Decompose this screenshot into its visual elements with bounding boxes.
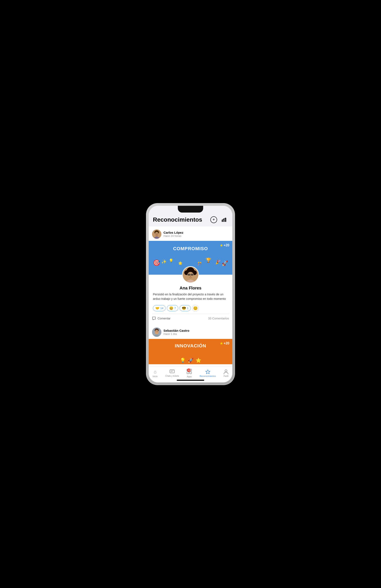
recipient-avatar [182,266,199,283]
post-author-info-1: Carlos López Hace 24 horas [163,231,229,237]
svg-point-25 [156,331,156,332]
emoji-decorations-2: 💡 🚀 ⭐ [149,358,232,363]
nav-perfil[interactable]: Perfil [221,369,231,378]
post-time-2: Hace 1 día [163,332,229,336]
svg-point-8 [157,233,158,234]
profile-icon [224,369,228,374]
recipient-avatar-container [149,266,232,283]
svg-point-26 [157,331,158,332]
apps-badge: 10 [187,368,191,372]
comment-action-button[interactable]: Comentar [152,316,170,320]
add-reaction-button[interactable]: 😊 [192,305,199,312]
recognition-message-1: Persistió en la finalización del proyect… [153,292,228,301]
post-item: Carlos López Hace 24 horas ★ +20 COMPROM… [149,227,232,323]
star-icon-1: ★ [220,243,223,247]
chart-icon [221,217,227,223]
nav-reconocimientos[interactable]: Reconocimientos [197,369,218,378]
svg-marker-34 [206,370,210,374]
chat-icon [170,370,175,374]
chart-button[interactable] [221,216,228,224]
post-header-1: Carlos López Hace 24 horas [149,227,232,241]
author-name-1: Carlos López [163,231,229,234]
app-screen: Reconocimientos + [149,206,232,382]
nav-perfil-label: Perfil [224,375,228,377]
recognition-body-1: Ana Flores Persistió en la finalización … [149,283,232,303]
phone-screen: Reconocimientos + [149,206,232,382]
svg-rect-33 [190,372,192,374]
add-icon: + [210,216,217,223]
comment-bar-1: Comentar 33 Comentarios [149,314,232,323]
svg-rect-1 [223,219,224,222]
nav-chats-label: Chats y tickets [165,375,179,377]
nav-inicio-label: Inicio [153,375,157,378]
post-time-1: Hace 24 horas [163,234,229,237]
recognition-card-1: ★ +20 COMPROMISO 🎯 ✨ 💡 🏆 🎉 [149,241,232,323]
home-icon: ⌂ [154,369,156,375]
category-label-2: INNOVACIÓN [175,343,206,349]
author-name-2: Sebastián Castro [163,329,229,332]
home-indicator [177,380,204,381]
svg-rect-16 [188,274,190,275]
comment-count: 33 Comentarios [208,317,229,320]
recipient-name-1: Ana Flores [153,286,228,291]
recognition-feed[interactable]: Carlos López Hace 24 horas ★ +20 COMPROM… [149,227,232,367]
nav-chats[interactable]: Chats y tickets [163,369,182,378]
recognition-points-2: ★ +20 [220,341,229,345]
recognition-icon [205,369,210,374]
avatar-image [152,230,161,239]
nav-reconocimientos-label: Reconocimientos [200,375,216,377]
phone-frame: Reconocimientos + [146,203,235,385]
header-actions: + [210,216,228,224]
post-header-2: Sebastián Castro Hace 1 día [149,325,232,339]
reaction-cool[interactable]: 😎 1 [180,305,191,311]
avatar-sebastian [152,328,161,337]
nav-inicio[interactable]: ⌂ Inicio [150,369,160,378]
reaction-handshake[interactable]: 🤝 14 [153,305,166,311]
svg-rect-17 [191,274,193,275]
category-label-1: COMPROMISO [173,246,208,252]
post-item-2: Sebastián Castro Hace 1 día ★ +20 INNOVA… [149,325,232,364]
add-button[interactable]: + [210,216,218,224]
svg-point-35 [225,370,227,372]
comment-label: Comentar [158,317,170,320]
svg-point-9 [157,234,157,234]
svg-point-24 [155,330,159,334]
ana-avatar-image [183,266,198,283]
phone-notch [178,206,203,212]
recognition-banner-2: ★ +20 INNOVACIÓN 💡 🚀 ⭐ [149,339,232,364]
post-author-info-2: Sebastián Castro Hace 1 día [163,329,229,336]
recognition-points-1: ★ +20 [220,243,229,247]
reactions-row-1: 🤝 14 😄 7 😎 1 [149,303,232,314]
svg-rect-32 [187,372,189,374]
avatar-carlos [152,230,161,239]
reaction-grin[interactable]: 😄 7 [167,305,178,311]
svg-rect-27 [170,370,174,373]
svg-point-7 [156,233,156,234]
avatar-image-2 [152,328,161,337]
page-title: Reconocimientos [153,216,202,223]
svg-point-21 [190,276,191,276]
svg-rect-2 [225,218,226,222]
comment-icon [152,316,156,320]
svg-rect-0 [222,220,223,222]
nav-apps-label: Apps [187,376,192,378]
nav-apps[interactable]: 10 Apps [184,368,194,378]
